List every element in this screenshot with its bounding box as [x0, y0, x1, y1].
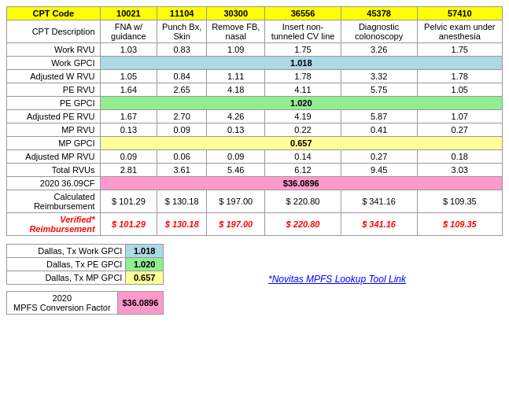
row-label: Adjusted W RVU	[7, 70, 101, 83]
col-header-45378: 45378	[341, 7, 417, 20]
gpci-row: Dallas, Tx MP GPCI0.657	[7, 271, 164, 285]
row-cell: 5.87	[341, 110, 417, 123]
row-label: Work GPCI	[7, 57, 101, 70]
row-cell: $ 109.35	[417, 213, 502, 236]
row-cell: Diagnostic colonoscopy	[341, 20, 417, 43]
row-cell: $ 109.35	[417, 190, 502, 213]
row-cell: 9.45	[341, 164, 417, 177]
row-cell: Remove FB, nasal	[207, 20, 265, 43]
row-cell: 1.05	[100, 70, 157, 83]
novitas-link[interactable]: *Novitas MPFS Lookup Tool Link	[268, 274, 406, 285]
row-label: Adjusted MP RVU	[7, 150, 101, 164]
row-cell: 1.75	[417, 43, 502, 57]
gpci-table: Dallas, Tx Work GPCI1.018Dallas, Tx PE G…	[6, 244, 164, 285]
row-cell: 0.41	[341, 123, 417, 137]
span-value: 1.020	[100, 97, 502, 110]
gpci-value: 0.657	[126, 271, 164, 285]
row-cell: $ 130.18	[157, 213, 207, 236]
row-cell: 3.32	[341, 70, 417, 83]
row-cell: 0.27	[341, 150, 417, 164]
row-cell: 0.09	[157, 123, 207, 137]
cf-table: 2020MPFS Conversion Factor$36.0896	[6, 291, 164, 315]
gpci-label: Dallas, Tx MP GPCI	[7, 271, 126, 285]
row-cell: 0.18	[417, 150, 502, 164]
row-label: Work RVU	[7, 43, 101, 57]
row-cell: 2.81	[100, 164, 157, 177]
col-header-11104: 11104	[157, 7, 207, 20]
row-cell: 0.06	[157, 150, 207, 164]
col-header-label: CPT Code	[7, 7, 101, 20]
bottom-section: Dallas, Tx Work GPCI1.018Dallas, Tx PE G…	[6, 244, 503, 315]
table-row: PE RVU1.642.654.184.115.751.05	[7, 83, 503, 97]
row-cell: $ 197.00	[207, 213, 265, 236]
col-header-57410: 57410	[417, 7, 502, 20]
gpci-row: Dallas, Tx PE GPCI1.020	[7, 258, 164, 271]
gpci-label: Dallas, Tx Work GPCI	[7, 245, 126, 258]
row-cell: 1.05	[417, 83, 502, 97]
cf-row: 2020MPFS Conversion Factor$36.0896	[7, 292, 164, 315]
row-cell: $ 220.80	[265, 190, 341, 213]
row-cell: 1.03	[100, 43, 157, 57]
header-row: CPT Code 10021 11104 30300 36556 45378 5…	[7, 7, 503, 20]
table-row: Work GPCI1.018	[7, 57, 503, 70]
bottom-right: *Novitas MPFS Lookup Tool Link	[172, 244, 503, 315]
row-cell: 1.07	[417, 110, 502, 123]
row-cell: 2.70	[157, 110, 207, 123]
row-cell: Punch Bx, Skin	[157, 20, 207, 43]
row-cell: 0.27	[417, 123, 502, 137]
row-label: CPT Description	[7, 20, 101, 43]
col-header-36556: 36556	[265, 7, 341, 20]
row-cell: 5.46	[207, 164, 265, 177]
col-header-30300: 30300	[207, 7, 265, 20]
row-cell: 0.14	[265, 150, 341, 164]
row-label: Adjusted PE RVU	[7, 110, 101, 123]
col-header-10021: 10021	[100, 7, 157, 20]
row-label: 2020 36.09CF	[7, 177, 101, 190]
row-cell: 1.09	[207, 43, 265, 57]
table-row: 2020 36.09CF$36.0896	[7, 177, 503, 190]
row-label: MP GPCI	[7, 137, 101, 150]
cf-value: $36.0896	[117, 292, 163, 315]
gpci-row: Dallas, Tx Work GPCI1.018	[7, 245, 164, 258]
row-cell: 4.26	[207, 110, 265, 123]
row-cell: 6.12	[265, 164, 341, 177]
row-cell: 0.84	[157, 70, 207, 83]
row-label: Verified* Reimbursement	[7, 213, 101, 236]
table-row: CPT DescriptionFNA w/ guidancePunch Bx, …	[7, 20, 503, 43]
table-row: Adjusted MP RVU0.090.060.090.140.270.18	[7, 150, 503, 164]
row-cell: 1.78	[265, 70, 341, 83]
row-label: Total RVUs	[7, 164, 101, 177]
row-cell: 3.03	[417, 164, 502, 177]
row-cell: $ 101.29	[100, 213, 157, 236]
table-row: Calculated Reimbursement$ 101.29$ 130.18…	[7, 190, 503, 213]
bottom-left: Dallas, Tx Work GPCI1.018Dallas, Tx PE G…	[6, 244, 164, 315]
row-cell: $ 101.29	[100, 190, 157, 213]
row-cell: $ 130.18	[157, 190, 207, 213]
row-cell: 1.78	[417, 70, 502, 83]
main-tbody: CPT DescriptionFNA w/ guidancePunch Bx, …	[7, 20, 503, 236]
span-value: $36.0896	[100, 177, 502, 190]
row-cell: FNA w/ guidance	[100, 20, 157, 43]
row-cell: 0.13	[207, 123, 265, 137]
cf-label: 2020MPFS Conversion Factor	[7, 292, 118, 315]
row-cell: 0.09	[207, 150, 265, 164]
table-row: Work RVU1.030.831.091.753.261.75	[7, 43, 503, 57]
row-cell: 2.65	[157, 83, 207, 97]
table-row: Adjusted PE RVU1.672.704.264.195.871.07	[7, 110, 503, 123]
row-label: MP RVU	[7, 123, 101, 137]
row-cell: 1.64	[100, 83, 157, 97]
row-cell: 4.18	[207, 83, 265, 97]
table-row: MP GPCI0.657	[7, 137, 503, 150]
table-row: PE GPCI1.020	[7, 97, 503, 110]
row-cell: 1.67	[100, 110, 157, 123]
row-cell: 0.13	[100, 123, 157, 137]
row-cell: $ 341.16	[341, 190, 417, 213]
span-value: 1.018	[100, 57, 502, 70]
row-label: Calculated Reimbursement	[7, 190, 101, 213]
table-row: Verified* Reimbursement$ 101.29$ 130.18$…	[7, 213, 503, 236]
gpci-value: 1.020	[126, 258, 164, 271]
row-cell: $ 197.00	[207, 190, 265, 213]
table-row: Adjusted W RVU1.050.841.111.783.321.78	[7, 70, 503, 83]
row-cell: 4.19	[265, 110, 341, 123]
row-cell: $ 341.16	[341, 213, 417, 236]
